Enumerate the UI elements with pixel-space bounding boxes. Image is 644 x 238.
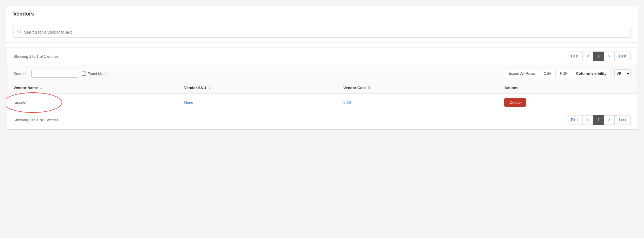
search-add-wrapper (13, 27, 631, 38)
svg-point-0 (18, 30, 21, 33)
vendor-cost-value[interactable]: 0.00 (343, 100, 351, 105)
td-vendor-cost: 0.00 (336, 94, 497, 111)
first-page-button-bottom[interactable]: First (567, 115, 583, 125)
th-vendor-cost-label: Vendor Cost (343, 86, 366, 90)
exact-match-wrapper: Exact Match (82, 72, 109, 76)
sort-both-icon-cost: ⇅ (368, 86, 370, 90)
first-page-button-top[interactable]: First (567, 52, 583, 61)
exact-match-label: Exact Match (88, 72, 109, 76)
th-actions-label: Actions (504, 86, 518, 90)
table-row: russelsf None 0.00 Delete (6, 94, 638, 111)
delete-button[interactable]: Delete (504, 98, 526, 107)
showing-text-bottom: Showing 1 to 1 of 1 entries (13, 118, 59, 122)
search-add-section (6, 22, 638, 42)
prev-page-button-bottom[interactable]: < (582, 115, 594, 125)
exact-match-checkbox[interactable] (82, 72, 86, 76)
next-page-button-bottom[interactable]: > (604, 115, 615, 125)
toolbar-right: Export All Rows CSV PDF Column visibilit… (504, 69, 631, 78)
th-vendor-name-label: Vendor Name (13, 86, 38, 90)
svg-line-1 (20, 33, 21, 33)
search-icon (17, 29, 22, 35)
sort-asc-icon: ▲ (40, 86, 43, 90)
prev-page-button-top[interactable]: < (582, 52, 594, 61)
last-page-button-bottom[interactable]: Last (614, 115, 631, 125)
th-vendor-name[interactable]: Vendor Name ▲ (6, 82, 177, 94)
search-add-input[interactable] (24, 30, 627, 35)
th-vendor-sku-label: Vendor SKU (184, 86, 206, 90)
last-page-button-top[interactable]: Last (614, 52, 631, 61)
current-page-button-top[interactable]: 1 (593, 52, 604, 61)
page-container: Vendors Showing 1 to 1 of 1 entries Firs… (6, 6, 638, 130)
next-page-button-top[interactable]: > (604, 52, 615, 61)
th-vendor-sku[interactable]: Vendor SKU ⇅ (177, 82, 336, 94)
pagination-controls-top: First < 1 > Last (567, 52, 631, 61)
current-page-button-bottom[interactable]: 1 (593, 115, 604, 125)
pdf-button[interactable]: PDF (556, 69, 572, 78)
td-vendor-sku: None (177, 94, 336, 111)
pagination-controls-bottom: First < 1 > Last (567, 115, 631, 125)
th-actions: Actions (497, 82, 638, 94)
th-vendor-cost[interactable]: Vendor Cost ⇅ (336, 82, 497, 94)
table-search-input[interactable] (31, 70, 78, 78)
export-all-rows-button[interactable]: Export All Rows (504, 69, 539, 78)
td-actions: Delete (497, 94, 638, 111)
pagination-bar-top: Showing 1 to 1 of 1 entries First < 1 > … (6, 47, 638, 65)
td-vendor-name: russelsf (6, 94, 177, 111)
per-page-wrapper: 25 50 100 (614, 69, 631, 78)
table-section: Showing 1 to 1 of 1 entries First < 1 > … (6, 47, 638, 130)
vendor-name-value: russelsf (13, 100, 27, 105)
search-label: Search: (13, 72, 27, 76)
csv-button[interactable]: CSV (539, 69, 556, 78)
toolbar-row: Search: Exact Match Export All Rows CSV … (6, 65, 638, 82)
table-header-row: Vendor Name ▲ Vendor SKU ⇅ Vendor Cost (6, 82, 638, 94)
per-page-select[interactable]: 25 50 100 (614, 69, 631, 78)
title-section: Vendors (6, 6, 638, 22)
sort-both-icon-sku: ⇅ (208, 86, 211, 90)
column-visibility-button[interactable]: Column visibility (572, 69, 611, 78)
pagination-bar-bottom: Showing 1 to 1 of 1 entries First < 1 > … (6, 111, 638, 129)
vendor-sku-value[interactable]: None (184, 100, 193, 105)
page-title: Vendors (13, 11, 631, 17)
data-table: Vendor Name ▲ Vendor SKU ⇅ Vendor Cost (6, 82, 638, 111)
showing-text-top: Showing 1 to 1 of 1 entries (13, 54, 59, 59)
